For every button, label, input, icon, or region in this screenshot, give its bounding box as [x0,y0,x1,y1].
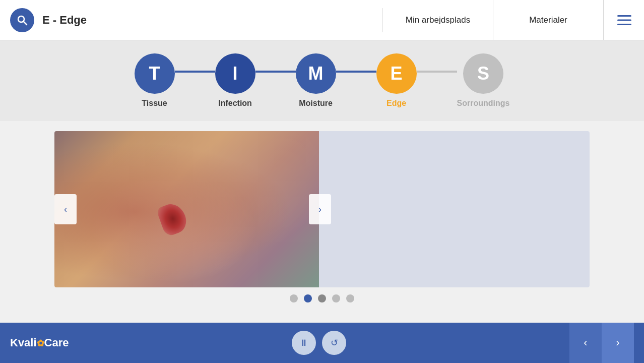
hamburger-button[interactable] [604,0,644,40]
step-circle-i: I [215,53,255,94]
step-label-e: Edge [387,99,406,108]
footer: Kvali✿Care ⏸ ↺ ‹ › [0,323,644,363]
hamburger-icon [617,15,631,25]
carousel-dot-1[interactable] [290,294,298,302]
carousel-prev-button[interactable]: ‹ [54,194,77,224]
svg-rect-4 [617,24,631,25]
wound-image [54,131,319,287]
svg-line-1 [24,21,27,25]
connector-t-i [175,71,215,73]
step-circle-s: S [463,53,503,94]
carousel-dot-3[interactable] [318,294,326,302]
step-tissue[interactable]: T Tissue [135,53,175,108]
step-label-i: Infection [218,99,252,108]
footer-logo: Kvali✿Care [10,336,69,349]
connector-i-m [255,71,296,73]
step-label-m: Moisture [299,99,333,108]
search-icon [16,14,28,26]
image-container: ‹ › [54,131,590,287]
image-right-panel [319,131,590,287]
footer-controls: ⏸ ↺ [292,331,346,355]
header: E - Edge Min arbejdsplads Materialer [0,0,644,40]
app-title: E - Edge [42,14,87,27]
svg-rect-3 [617,19,631,21]
step-circle-t: T [135,53,175,94]
step-sorroundings[interactable]: S Sorroundings [457,53,510,108]
step-infection[interactable]: I Infection [215,53,255,108]
footer-logo-flower: ✿ [37,338,44,349]
connector-m-e [336,71,376,73]
footer-nav: ‹ › [569,323,634,363]
step-moisture[interactable]: M Moisture [296,53,336,108]
footer-next-button[interactable]: › [602,323,634,363]
carousel-dots [290,294,354,302]
svg-rect-2 [617,15,631,17]
logo-section: E - Edge [0,8,383,32]
steps-section: T Tissue I Infection M Moisture E Edge S… [0,40,644,121]
step-label-s: Sorroundings [457,99,510,108]
pause-button[interactable]: ⏸ [292,331,316,355]
connector-e-s [417,71,457,73]
search-button[interactable] [10,8,34,32]
carousel-dot-4[interactable] [332,294,340,302]
nav-section: Min arbejdsplads Materialer [383,0,644,40]
main-content: ‹ › [0,121,644,313]
nav-materials[interactable]: Materialer [493,0,604,40]
footer-prev-button[interactable]: ‹ [569,323,602,363]
steps-container: T Tissue I Infection M Moisture E Edge S… [135,53,510,108]
nav-workspace[interactable]: Min arbejdsplads [383,0,493,40]
carousel-dot-5[interactable] [346,294,354,302]
carousel-dot-2[interactable] [304,294,312,302]
step-edge[interactable]: E Edge [376,53,417,108]
step-label-t: Tissue [142,99,167,108]
carousel-next-button[interactable]: › [309,194,331,224]
step-circle-e: E [376,53,417,94]
step-circle-m: M [296,53,336,94]
replay-button[interactable]: ↺ [322,331,346,355]
